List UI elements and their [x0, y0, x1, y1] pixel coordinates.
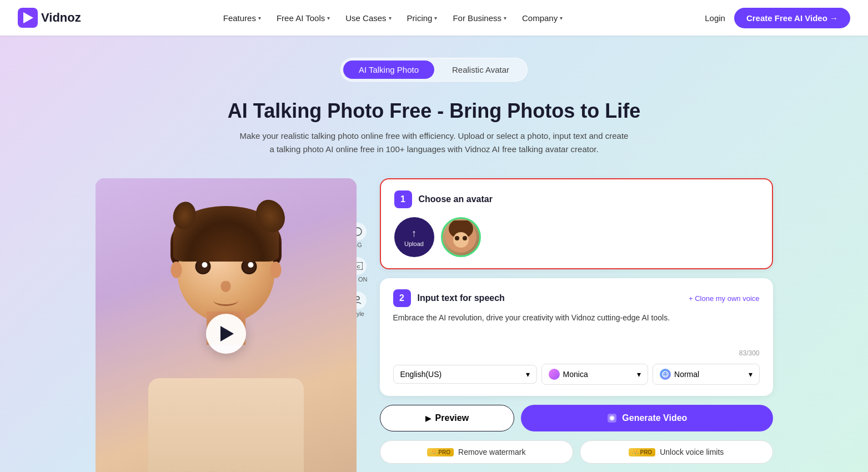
pro-row: 👑 PRO Remove watermark 👑 PRO Unlock voic…	[380, 440, 773, 464]
chevron-down-icon: ▾	[504, 15, 506, 21]
avatar-nose	[221, 281, 231, 292]
hero-headline: AI Talking Photo Free - Bring Photos to …	[0, 99, 868, 123]
nav-pricing[interactable]: Pricing ▾	[407, 13, 438, 23]
speech-text[interactable]: Embrace the AI revolution, drive your cr…	[393, 312, 760, 345]
tab-ai-talking-photo[interactable]: AI Talking Photo	[343, 61, 434, 79]
svg-point-11	[463, 236, 467, 240]
voice-dot-icon	[549, 369, 560, 380]
chevron-down-icon: ▾	[637, 370, 641, 379]
step1-title: Choose an avatar	[419, 194, 493, 204]
create-video-button[interactable]: Create Free AI Video →	[734, 8, 850, 28]
clone-voice-link[interactable]: + Clone my own voice	[689, 294, 760, 303]
pro-badge-watermark: 👑 PRO	[427, 448, 454, 456]
chevron-down-icon: ▾	[749, 370, 752, 379]
chevron-down-icon: ▾	[389, 15, 392, 21]
generate-video-button[interactable]: Generate Video	[521, 405, 772, 431]
svg-point-10	[455, 236, 459, 240]
svg-point-5	[356, 297, 359, 300]
logo-icon	[18, 8, 38, 28]
nav-features[interactable]: Features ▾	[223, 13, 261, 23]
play-icon: ▶	[425, 414, 431, 423]
upload-arrow-icon: ↑	[412, 228, 417, 239]
tabs-row: AI Talking Photo Realistic Avatar	[0, 58, 868, 82]
mood-select-inner: Normal	[660, 369, 699, 380]
tabs-container: AI Talking Photo Realistic Avatar	[340, 58, 528, 82]
preview-button[interactable]: ▶ Preview	[380, 405, 515, 431]
mood-dot-icon	[660, 369, 671, 380]
chevron-down-icon: ▾	[560, 15, 563, 21]
avatar-option-1[interactable]	[441, 217, 481, 257]
avatar-ear-left	[170, 262, 182, 278]
tts-controls: English(US) ▾ Monica ▾	[393, 364, 760, 385]
chevron-down-icon: ▾	[434, 15, 437, 21]
avatar-options: ↑ Upload	[394, 217, 759, 257]
chevron-down-icon: ▾	[258, 15, 261, 21]
nav-links: Features ▾ Free AI Tools ▾ Use Cases ▾ P…	[223, 13, 563, 23]
remove-watermark-button[interactable]: 👑 PRO Remove watermark	[380, 440, 573, 464]
chevron-down-icon: ▾	[526, 370, 530, 379]
main-content: BG CC CC ON Style	[73, 178, 795, 472]
hero-subtitle: Make your realistic talking photo online…	[240, 129, 629, 156]
nav-company[interactable]: Company ▾	[522, 13, 563, 23]
avatar-ear-right	[270, 262, 281, 278]
nav-actions: Login Create Free AI Video →	[705, 8, 850, 28]
svg-point-14	[666, 373, 667, 374]
avatar-shirt	[148, 378, 304, 472]
right-panel: 1 Choose an avatar ↑ Upload	[362, 178, 773, 472]
avatar-mouth	[213, 295, 238, 306]
svg-point-17	[610, 416, 614, 420]
voice-select-inner: Monica	[549, 369, 588, 380]
svg-point-9	[453, 232, 469, 248]
video-side: BG CC CC ON Style	[96, 178, 362, 472]
login-button[interactable]: Login	[705, 13, 725, 23]
play-icon	[220, 326, 234, 342]
tab-realistic-avatar[interactable]: Realistic Avatar	[436, 61, 525, 79]
navbar: Vidnoz Features ▾ Free AI Tools ▾ Use Ca…	[0, 0, 868, 36]
chevron-down-icon: ▾	[327, 15, 330, 21]
play-button[interactable]	[206, 314, 246, 354]
step1-number: 1	[394, 190, 412, 208]
nav-for-business[interactable]: For Business ▾	[453, 13, 506, 23]
svg-point-13	[664, 373, 665, 374]
pro-badge-voice: 👑 PRO	[629, 448, 655, 456]
step1-card: 1 Choose an avatar ↑ Upload	[380, 178, 773, 269]
logo[interactable]: Vidnoz	[18, 8, 81, 28]
step2-header: 2 Input text for speech + Clone my own v…	[393, 289, 760, 307]
mood-select[interactable]: Normal ▾	[653, 364, 759, 385]
voice-select[interactable]: Monica ▾	[541, 364, 648, 385]
video-player: Subtitles will be displayed here Vidnoz	[96, 178, 357, 472]
char-count: 83/300	[393, 349, 760, 357]
nav-free-ai-tools[interactable]: Free AI Tools ▾	[277, 13, 330, 23]
logo-text: Vidnoz	[41, 11, 81, 25]
step2-title: Input text for speech	[418, 293, 505, 303]
avatar-face-svg	[444, 220, 478, 254]
action-row: ▶ Preview Generate Video	[380, 405, 773, 431]
unlock-voice-button[interactable]: 👑 PRO Unlock voice limits	[580, 440, 773, 464]
step2-number: 2	[393, 289, 411, 307]
step2-card: 2 Input text for speech + Clone my own v…	[380, 278, 773, 396]
upload-avatar-button[interactable]: ↑ Upload	[394, 217, 434, 257]
nav-use-cases[interactable]: Use Cases ▾	[345, 13, 391, 23]
hero-section: AI Talking Photo Realistic Avatar AI Tal…	[0, 36, 868, 472]
step1-header: 1 Choose an avatar	[394, 190, 759, 208]
language-select[interactable]: English(US) ▾	[393, 365, 537, 384]
